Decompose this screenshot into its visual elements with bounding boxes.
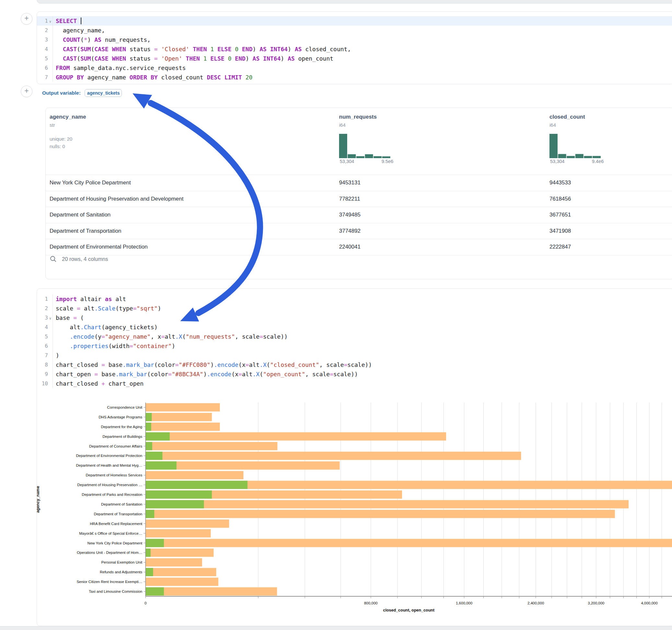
previous-cell-edge (37, 0, 672, 4)
line-number: 2 (37, 305, 48, 311)
sql-code-editor[interactable]: 1∨SELECT 2 agency_name,3 COUNT(*) AS num… (37, 16, 672, 82)
line-number: 6 (37, 343, 48, 349)
closed-count-bar (146, 587, 277, 596)
x-axis-tick-label: 2,400,000 (527, 601, 544, 605)
open-count-bar (146, 587, 164, 596)
y-axis-category-label: Refunds and Adjustments (100, 570, 142, 574)
table-body: New York City Police Department945313194… (46, 175, 672, 256)
closed-count-bar (146, 510, 615, 518)
y-axis-category-label: Department of Transportation (94, 512, 142, 516)
y-axis-category-label: Mayorâ€ s Office of Special Enforce… (79, 532, 142, 535)
code-line: 5 CAST(SUM(CASE WHEN status = 'Open' THE… (37, 54, 672, 63)
closed-count-histogram (549, 134, 601, 158)
y-axis-category-label: Department of Health and Mental Hyg… (76, 463, 142, 467)
code-line: 2 agency_name, (37, 26, 672, 35)
num-requests-histogram (339, 134, 391, 158)
open-count-bar (146, 413, 152, 421)
search-icon[interactable] (50, 256, 57, 263)
closed-count-bar (146, 413, 212, 421)
x-axis-tick-label: 0 (145, 601, 146, 605)
line-number: 4 (37, 324, 48, 330)
fold-spacer (48, 345, 52, 347)
x-axis-tick-label: 4,000,000 (641, 601, 657, 605)
y-axis-category-label: Operations Unit - Department of Hom… (77, 551, 142, 555)
fold-spacer (48, 77, 52, 78)
code-line: 4 alt.Chart(agency_tickets) (37, 322, 672, 332)
code-line: 7) (37, 350, 672, 360)
line-number: 3 (37, 37, 48, 43)
x-axis-title: closed_count, open_count (383, 608, 435, 612)
fold-chevron-down-icon[interactable]: ∨ (48, 18, 52, 24)
y-axis-category-label: Taxi and Limousine Commission (89, 589, 142, 593)
code-line: 6FROM sample_data.nyc.service_requests (37, 63, 672, 73)
fold-chevron-down-icon[interactable]: ∨ (48, 315, 52, 320)
column-name: closed_count (549, 114, 618, 120)
histogram-max-label: 9.4e6 (592, 159, 604, 164)
fold-spacer (48, 374, 52, 375)
table-row: Department of Transportation377489234719… (46, 223, 672, 240)
y-axis-category-label: Department of Homeless Services (86, 473, 143, 477)
line-number: 7 (37, 74, 48, 80)
closed-count-bar (146, 403, 220, 412)
fold-spacer (48, 355, 52, 356)
column-header-agency-name: agency_name str unique: 20 nulls: 0 (50, 114, 86, 150)
open-count-bar (146, 452, 162, 460)
line-number: 5 (37, 55, 48, 62)
row-count-status: 20 rows, 4 columns (50, 256, 108, 263)
x-axis-tick-label: 3,200,000 (588, 601, 604, 605)
line-number: 1 (37, 296, 48, 302)
column-header-num-requests: num_requests i64 53,304 9.5e6 (339, 114, 407, 165)
fold-spacer (48, 298, 52, 300)
open-count-bar (146, 481, 247, 489)
closed-count-bar (146, 422, 220, 431)
closed-count-bar (146, 442, 278, 451)
column-type: i64 (549, 122, 618, 128)
closed-count-bar (146, 471, 243, 480)
open-count-bar (146, 442, 152, 451)
output-variable-row: Output variable: agency_tickets (42, 88, 122, 98)
code-line: 3 COUNT(*) AS num_requests, (37, 35, 672, 44)
closed-count-bar (146, 432, 446, 441)
add-cell-button-top[interactable]: + (21, 13, 32, 25)
line-number: 4 (37, 46, 48, 52)
open-count-bar (146, 510, 154, 518)
column-null-count: nulls: 0 (50, 143, 86, 150)
table-row: Department of Housing Preservation and D… (46, 191, 672, 208)
y-axis-category-label: Department of Sanitation (101, 502, 142, 506)
y-axis-category-label: Personal Exemption Unit (101, 560, 142, 564)
fold-spacer (48, 364, 52, 366)
text-cursor (81, 18, 81, 24)
x-axis-tick-label: 1,600,000 (456, 601, 472, 605)
open-count-bar (146, 539, 164, 547)
code-line: 1import altair as alt (37, 294, 672, 304)
line-number: 3 (37, 315, 48, 321)
sql-code-cell[interactable]: 1∨SELECT 2 agency_name,3 COUNT(*) AS num… (37, 11, 672, 84)
y-axis-category-label: Department of Consumer Affairs (89, 444, 142, 448)
open-count-bar (146, 490, 212, 499)
python-code-editor[interactable]: 1import altair as alt2scale = alt.Scale(… (37, 294, 672, 388)
table-row: Department of Environmental Protection22… (46, 239, 672, 256)
output-variable-label: Output variable: (42, 90, 81, 96)
code-line: 5 .encode(y="agency_name", x=alt.X("num_… (37, 332, 672, 341)
open-count-bar (146, 432, 170, 441)
open-count-bar (146, 461, 176, 470)
code-line: 7GROUP BY agency_name ORDER BY closed_co… (37, 73, 672, 82)
y-axis-category-label: Department of Housing Preservation … (77, 483, 142, 487)
line-number: 6 (37, 65, 48, 71)
code-line: 9chart_open = base.mark_bar(color="#8BC3… (37, 369, 672, 379)
fold-spacer (48, 336, 52, 337)
closed-count-bar (146, 549, 214, 557)
histogram-min-label: 53,304 (550, 159, 565, 164)
line-number: 5 (37, 334, 48, 340)
column-name: agency_name (50, 114, 86, 120)
closed-count-bar (146, 529, 211, 538)
x-axis-tick-label: 800,000 (364, 601, 378, 605)
output-variable-pill[interactable]: agency_tickets (85, 89, 122, 97)
closed-count-bar (146, 568, 216, 577)
open-count-bar (146, 500, 204, 508)
closed-count-bar (146, 539, 672, 547)
code-line: 2scale = alt.Scale(type="sqrt") (37, 304, 672, 313)
line-number: 8 (37, 362, 48, 368)
add-cell-button-middle[interactable]: + (21, 86, 32, 97)
code-line: 6 .properties(width="container") (37, 341, 672, 350)
